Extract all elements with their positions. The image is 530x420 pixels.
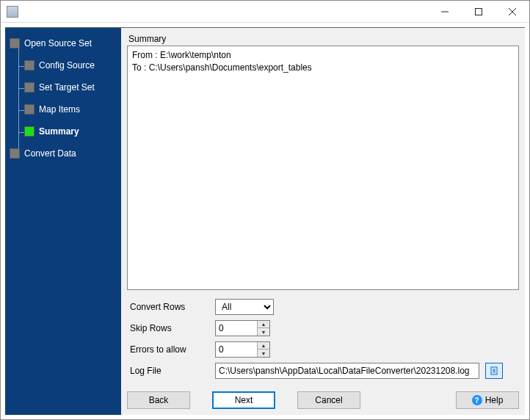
summary-from-line: From : E:\work\temp\nton (132, 49, 514, 62)
step-icon (10, 38, 20, 48)
browse-log-button[interactable] (485, 363, 503, 379)
nav-label: Map Items (39, 104, 80, 115)
spin-down-icon[interactable]: ▼ (258, 350, 269, 357)
nav-summary[interactable]: Summary (5, 120, 121, 142)
label-log-file: Log File (127, 366, 215, 376)
client-area: Open Source Set Config Source Set Target… (5, 27, 525, 415)
nav-label: Set Target Set (39, 82, 95, 93)
nav-open-source-set[interactable]: Open Source Set (5, 32, 121, 54)
options-form: Convert Rows All Skip Rows ▲ (127, 297, 519, 383)
nav-label: Config Source (39, 60, 95, 70)
summary-to-line: To : C:\Users\pansh\Documents\export_tab… (132, 62, 514, 74)
label-errors: Errors to allow (127, 344, 215, 355)
row-convert-rows: Convert Rows All (127, 297, 519, 316)
nav-label: Convert Data (24, 148, 76, 159)
cancel-button[interactable]: Cancel (297, 391, 360, 409)
app-icon (7, 6, 18, 18)
step-icon (24, 126, 35, 137)
step-icon (24, 104, 35, 115)
step-icon (10, 148, 20, 159)
spin-down-icon[interactable]: ▼ (258, 328, 269, 336)
errors-input[interactable] (216, 342, 257, 357)
label-convert-rows: Convert Rows (127, 302, 215, 312)
nav-convert-data[interactable]: Convert Data (5, 142, 121, 164)
step-icon (24, 82, 35, 93)
skip-rows-spinner[interactable]: ▲ ▼ (215, 320, 270, 336)
wizard-buttons: Back Next Cancel ? Help (127, 383, 519, 409)
nav-set-target-set[interactable]: Set Target Set (5, 76, 121, 98)
spin-up-icon[interactable]: ▲ (258, 342, 269, 350)
nav-label: Open Source Set (24, 38, 92, 48)
row-errors: Errors to allow ▲ ▼ (127, 340, 519, 359)
maximize-button[interactable] (462, 1, 495, 23)
nav-config-source[interactable]: Config Source (5, 54, 121, 76)
svg-rect-1 (476, 8, 482, 15)
content-panel: Summary From : E:\work\temp\nton To : C:… (121, 28, 525, 415)
row-skip-rows: Skip Rows ▲ ▼ (127, 319, 519, 338)
summary-textbox[interactable]: From : E:\work\temp\nton To : C:\Users\p… (127, 46, 519, 290)
log-file-input[interactable] (215, 363, 479, 379)
nav-map-items[interactable]: Map Items (5, 98, 121, 120)
document-icon (489, 366, 499, 376)
row-log-file: Log File (127, 361, 519, 380)
skip-rows-input[interactable] (216, 321, 257, 336)
minimize-button[interactable] (428, 1, 462, 23)
next-button[interactable]: Next (212, 391, 275, 409)
help-button[interactable]: ? Help (456, 391, 519, 409)
nav-label: Summary (39, 126, 79, 137)
titlebar (1, 1, 529, 23)
spinner-buttons[interactable]: ▲ ▼ (257, 342, 269, 357)
errors-spinner[interactable]: ▲ ▼ (215, 341, 270, 358)
spinner-buttons[interactable]: ▲ ▼ (257, 321, 269, 336)
convert-rows-select[interactable]: All (215, 299, 274, 315)
wizard-nav: Open Source Set Config Source Set Target… (5, 28, 121, 415)
help-icon: ? (472, 395, 482, 405)
close-button[interactable] (495, 1, 529, 23)
app-window: Open Source Set Config Source Set Target… (0, 0, 530, 420)
summary-heading: Summary (127, 31, 519, 46)
step-icon (24, 60, 35, 70)
spin-up-icon[interactable]: ▲ (258, 321, 269, 328)
label-skip-rows: Skip Rows (127, 323, 215, 333)
back-button[interactable]: Back (127, 391, 190, 409)
